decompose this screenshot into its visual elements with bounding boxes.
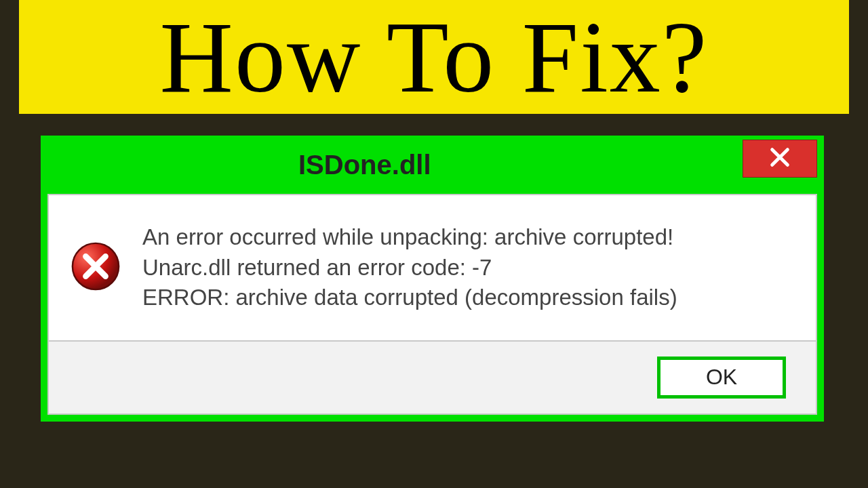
dialog-content: An error occurred while unpacking: archi…: [47, 194, 817, 342]
error-line-2: Unarc.dll returned an error code: -7: [142, 253, 677, 283]
dialog-title: ISDone.dll: [298, 150, 431, 180]
dialog-titlebar: ISDone.dll: [41, 136, 824, 194]
error-icon: [69, 240, 122, 296]
error-message: An error occurred while unpacking: archi…: [142, 222, 677, 313]
dialog-footer: OK: [47, 342, 817, 415]
close-button[interactable]: [743, 140, 817, 178]
ok-button[interactable]: OK: [657, 357, 786, 399]
error-line-3: ERROR: archive data corrupted (decompres…: [142, 283, 677, 313]
error-dialog: ISDone.dll An error occurred: [41, 136, 824, 422]
banner-text: How To Fix?: [160, 0, 709, 115]
thumbnail-banner: How To Fix?: [19, 0, 849, 114]
error-line-1: An error occurred while unpacking: archi…: [142, 222, 677, 253]
close-icon: [768, 146, 791, 171]
